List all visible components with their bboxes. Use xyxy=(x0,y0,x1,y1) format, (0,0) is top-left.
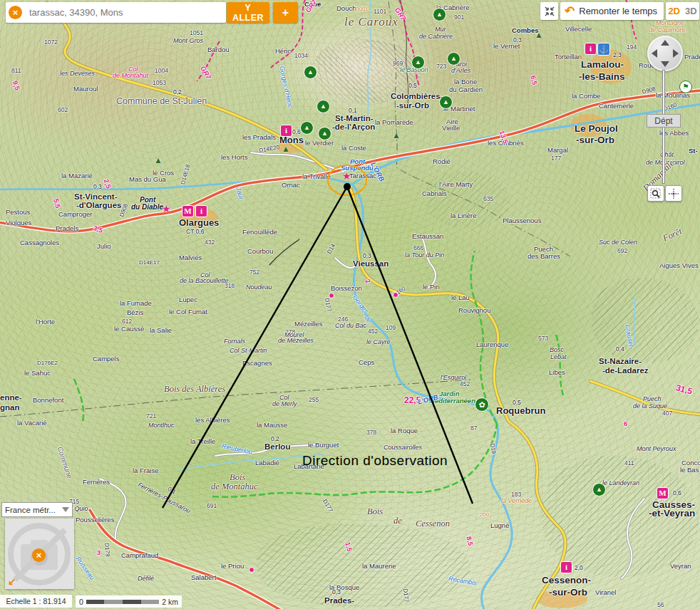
observation-highlight-circle xyxy=(328,165,366,195)
collapse-toolbar-button[interactable] xyxy=(540,2,558,20)
geoportail-logo-icon: × xyxy=(32,548,46,562)
overview-resize-arrow-icon[interactable]: ↙ xyxy=(8,576,16,586)
search-bar: × xyxy=(6,2,226,23)
map-canvas[interactable]: CèbeDouch00011101le CarouxGR7GR7GR7la Ca… xyxy=(0,0,700,609)
pan-left-icon[interactable] xyxy=(652,49,657,58)
scale-bar-start: 0 xyxy=(79,598,83,606)
scale-bar: 0 2 km xyxy=(76,595,182,608)
collapse-arrows-icon xyxy=(544,6,555,17)
zoom-level-handle[interactable]: Dépt xyxy=(647,114,681,127)
scale-ratio: Echelle 1 : 81.914 xyxy=(0,595,72,608)
observation-label: Direction d'observation xyxy=(302,453,448,469)
time-travel-label: Remonter le temps xyxy=(579,6,657,16)
zoom-rectangle-button[interactable] xyxy=(647,185,664,202)
go-button[interactable]: Y ALLER xyxy=(227,2,269,23)
pan-compass[interactable] xyxy=(647,36,683,71)
crosshair-icon xyxy=(668,188,679,199)
territory-value: France métr... xyxy=(5,506,56,514)
mode-3d-button[interactable]: 3D xyxy=(685,6,697,16)
observation-point xyxy=(344,183,351,190)
observation-overlay xyxy=(0,0,700,609)
search-input[interactable] xyxy=(28,6,226,19)
recenter-button[interactable] xyxy=(665,185,682,202)
scale-bar-segments xyxy=(86,600,159,604)
undo-arrow-icon: ↶ xyxy=(565,4,575,19)
mode-2d-button[interactable]: 2D xyxy=(668,6,680,16)
geoportail-logo-icon: × xyxy=(9,6,22,19)
territory-dropdown[interactable]: France métr... xyxy=(1,502,73,517)
overview-map[interactable]: × ↙ xyxy=(5,519,74,589)
dimension-toggle: 2D 3D xyxy=(666,2,699,20)
magnifier-icon xyxy=(650,188,662,199)
time-travel-button[interactable]: ↶ Remonter le temps xyxy=(560,2,664,20)
add-layer-button[interactable]: + xyxy=(273,2,298,23)
scale-bar-end: 2 km xyxy=(162,598,178,606)
chevron-down-icon xyxy=(62,507,69,512)
pan-up-icon[interactable] xyxy=(661,40,669,46)
pan-right-icon[interactable] xyxy=(673,49,679,58)
pan-down-icon[interactable] xyxy=(661,61,669,67)
